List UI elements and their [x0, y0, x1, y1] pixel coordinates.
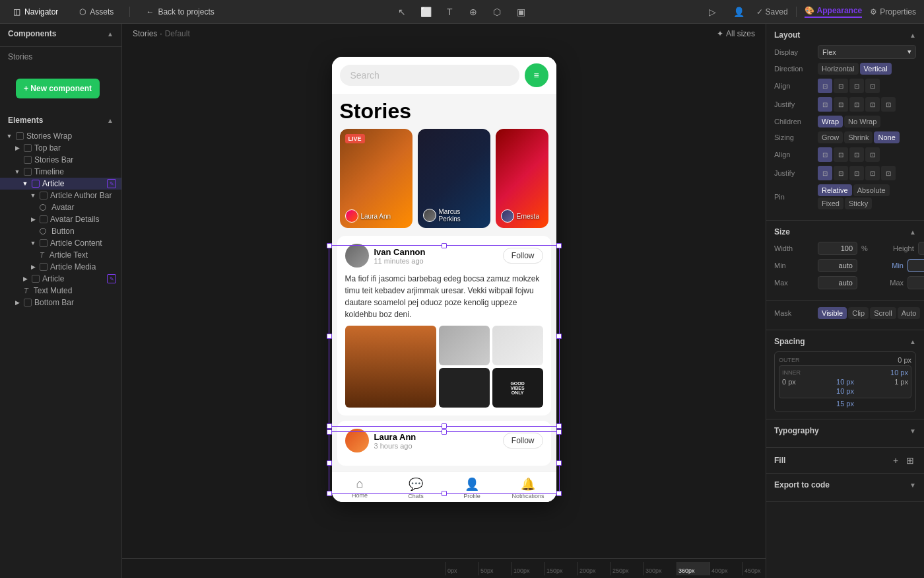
element-article-text[interactable]: ▶ T Article Text: [0, 249, 121, 261]
element-text-muted[interactable]: ▶ T Text Muted: [0, 285, 121, 297]
follow-btn-ivan[interactable]: Follow: [503, 248, 543, 264]
sizing-grow[interactable]: Grow: [818, 131, 843, 143]
canvas-wrapper: Search ≡ Stories: [332, 50, 556, 509]
children-nowrap[interactable]: No Wrap: [844, 116, 880, 127]
edit-icon[interactable]: ✎: [107, 179, 116, 188]
components-collapse[interactable]: ▲: [107, 30, 114, 38]
element-bottom-bar[interactable]: ▶ Bottom Bar: [0, 297, 121, 308]
pin-relative[interactable]: Relative: [818, 184, 852, 196]
element-stories-bar[interactable]: ▶ Stories Bar: [0, 154, 121, 166]
direction-horizontal[interactable]: Horizontal: [818, 63, 859, 75]
story-card-ernesta[interactable]: Ernesta: [496, 129, 548, 228]
pin-absolute[interactable]: Absolute: [853, 184, 890, 196]
justify-center[interactable]: ⊡: [834, 97, 848, 112]
inner-bottom-value[interactable]: 10 px: [836, 387, 854, 395]
nav-profile[interactable]: 👤 Profile: [444, 477, 500, 499]
element-avatar-details[interactable]: ▶ Avatar Details: [0, 213, 121, 225]
height-input[interactable]: [918, 242, 924, 255]
justify2-2[interactable]: ⊡: [834, 166, 848, 180]
align-center[interactable]: ⊡: [834, 79, 848, 93]
fill-add-btn[interactable]: +: [890, 454, 902, 466]
element-timeline[interactable]: ▼ Timeline: [0, 166, 121, 178]
assets-tab[interactable]: ⬡ Assets: [74, 5, 119, 19]
text-tool[interactable]: T: [440, 3, 459, 21]
element-article-content[interactable]: ▼ Article Content: [0, 237, 121, 249]
align2-stretch[interactable]: ⊡: [865, 147, 880, 162]
children-options: Wrap No Wrap: [818, 116, 880, 127]
navigator-tab[interactable]: ◫ Navigator: [8, 5, 63, 19]
media-tool[interactable]: ▣: [512, 3, 530, 21]
search-field[interactable]: Search: [340, 65, 519, 86]
align2-center[interactable]: ⊡: [834, 147, 848, 162]
story-card-marcus[interactable]: Marcus Perkins: [418, 129, 490, 228]
element-button[interactable]: ▶ Button: [0, 225, 121, 237]
component-tool[interactable]: ⬡: [488, 3, 506, 21]
select-tool[interactable]: ↖: [393, 3, 411, 21]
follow-btn-laura[interactable]: Follow: [503, 433, 543, 449]
appearance-tab[interactable]: 🎨 Appearance: [805, 6, 863, 18]
max-width-input[interactable]: [818, 276, 857, 289]
nav-notifications[interactable]: 🔔 Notifications: [500, 477, 556, 499]
zoom-tool[interactable]: ⊕: [464, 3, 482, 21]
story-card-laura[interactable]: LIVE Laura Ann: [340, 129, 412, 228]
display-select[interactable]: Flex ▾: [818, 45, 916, 59]
sizing-shrink[interactable]: Shrink: [844, 131, 873, 143]
justify2-1[interactable]: ⊡: [818, 166, 832, 180]
layout-toggle[interactable]: ▲: [909, 32, 916, 39]
align2-end[interactable]: ⊡: [849, 147, 864, 162]
menu-button[interactable]: ≡: [525, 63, 548, 87]
align-end[interactable]: ⊡: [849, 79, 864, 93]
elements-collapse[interactable]: ▲: [107, 117, 114, 124]
export-toggle[interactable]: ▼: [909, 482, 916, 489]
mask-clip[interactable]: Clip: [848, 307, 869, 319]
justify-start[interactable]: ⊡: [818, 97, 832, 112]
nav-home[interactable]: ⌂ Home: [332, 477, 388, 499]
element-article-author-bar[interactable]: ▼ Article Author Bar: [0, 190, 121, 201]
mask-auto[interactable]: Auto: [898, 307, 921, 319]
element-stories-wrap[interactable]: ▼ Stories Wrap: [0, 130, 121, 142]
nav-chats[interactable]: 💬 Chats: [388, 477, 444, 499]
frame-tool[interactable]: ⬜: [416, 3, 435, 21]
justify2-5[interactable]: ⊡: [881, 166, 896, 180]
spacing-bottom2[interactable]: 15 px: [836, 400, 854, 408]
direction-vertical[interactable]: Vertical: [860, 63, 892, 75]
justify2-3[interactable]: ⊡: [849, 166, 864, 180]
new-component-button[interactable]: + New component: [16, 79, 100, 98]
size-toggle[interactable]: ▲: [909, 229, 916, 236]
max-height-input[interactable]: [908, 276, 924, 289]
stories-scroll[interactable]: LIVE Laura Ann: [332, 126, 556, 231]
align-start[interactable]: ⊡: [818, 79, 832, 93]
element-avatar[interactable]: ▶ Avatar: [0, 201, 121, 213]
inner-top-value[interactable]: 10 px: [890, 369, 908, 377]
mask-scroll[interactable]: Scroll: [870, 307, 896, 319]
width-input[interactable]: [818, 242, 857, 255]
element-article2[interactable]: ▶ Article ✎: [0, 273, 121, 285]
mask-visible[interactable]: Visible: [818, 307, 847, 319]
spacing-right[interactable]: 10 px: [836, 378, 854, 386]
element-article-media[interactable]: ▶ Article Media: [0, 261, 121, 273]
sizing-none[interactable]: None: [874, 131, 899, 143]
all-sizes[interactable]: ✦ All sizes: [717, 29, 755, 38]
typography-toggle[interactable]: ▼: [909, 427, 916, 435]
justify-between[interactable]: ⊡: [865, 97, 880, 112]
min-width-input[interactable]: [818, 259, 857, 272]
properties-tab[interactable]: ⚙ Properties: [870, 7, 916, 17]
share-btn[interactable]: 👤: [730, 3, 748, 21]
edit-icon2[interactable]: ✎: [107, 274, 116, 283]
spacing-toggle[interactable]: ▲: [909, 338, 916, 345]
min-height-input[interactable]: [908, 259, 924, 272]
justify-around[interactable]: ⊡: [881, 97, 896, 112]
element-article-active[interactable]: ▼ Article ✎: [0, 178, 121, 190]
article-card-laura: Laura Ann 3 hours ago Follow: [337, 421, 551, 466]
pin-fixed[interactable]: Fixed: [818, 198, 843, 209]
align2-start[interactable]: ⊡: [818, 147, 832, 162]
back-button[interactable]: ← Back to projects: [141, 5, 219, 19]
fill-more-btn[interactable]: ⊞: [904, 454, 916, 466]
preview-btn[interactable]: ▷: [704, 3, 722, 21]
align-stretch[interactable]: ⊡: [865, 79, 880, 93]
element-top-bar[interactable]: ▶ Top bar: [0, 142, 121, 154]
children-wrap[interactable]: Wrap: [818, 116, 843, 127]
justify-end[interactable]: ⊡: [849, 97, 864, 112]
pin-sticky[interactable]: Sticky: [845, 198, 872, 209]
justify2-4[interactable]: ⊡: [865, 166, 880, 180]
